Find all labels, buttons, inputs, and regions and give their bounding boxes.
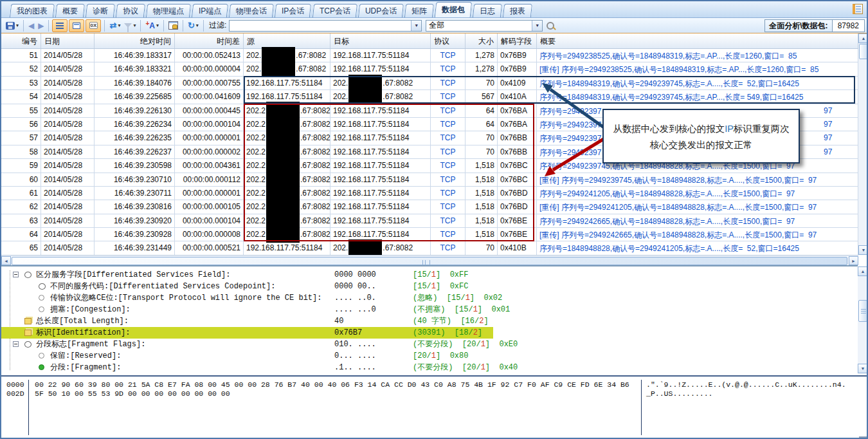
tab-diagnosis[interactable]: 诊断: [86, 4, 115, 17]
chevron-down-icon[interactable]: ▼: [532, 21, 542, 31]
tab-protocol[interactable]: 协议: [116, 4, 145, 17]
cell-summary: 序列号=2949238525,确认号=1848948319,标志=.AP...,…: [537, 49, 858, 62]
notebook-icon[interactable]: [853, 4, 863, 14]
decode-row[interactable]: 总长度[Total Length]:40(40 字节) [16/2]: [1, 315, 858, 327]
scope-combobox[interactable]: 全部 ▼: [426, 20, 543, 32]
cell-decode-field: 0x76BE: [498, 214, 537, 227]
decode-row[interactable]: 分段标志[Fragment Flags]:010. ....(不要分段) [20…: [1, 339, 858, 350]
source-port: .67:8082: [300, 120, 330, 129]
table-row[interactable]: 632014/05/2816:46:39.23092000:00:00.0001…: [1, 214, 858, 228]
scroll-down-icon[interactable]: ▼: [858, 245, 868, 255]
column-header-1[interactable]: 日期: [41, 33, 95, 48]
chevron-down-icon[interactable]: ▼: [411, 21, 421, 31]
cell-abs-time: 16:46:39.230920: [95, 214, 175, 227]
packet-table-header: 编号日期绝对时间时间差源目标协议大小解码字段概要: [1, 33, 858, 49]
tab-packet[interactable]: 数据包: [435, 2, 473, 17]
column-header-5[interactable]: 目标: [330, 33, 431, 48]
filter-combobox[interactable]: ▼: [229, 20, 422, 32]
filter-funnel-button[interactable]: ▾: [123, 19, 137, 32]
table-row[interactable]: 522014/05/2816:46:39.18332100:00:00.0000…: [1, 62, 858, 76]
hex-bytes: 5F 50 10 00 55 53 9D 00 00 00 00 00 00 0…: [35, 389, 230, 398]
tab-udp-conversation[interactable]: UDP会话: [358, 4, 404, 17]
collapse-icon[interactable]: [13, 341, 19, 347]
scrollbar-thumb[interactable]: [12, 257, 847, 265]
table-row[interactable]: 612014/05/2816:46:39.23071100:00:00.0000…: [1, 187, 858, 200]
back-button[interactable]: ◀: [27, 19, 35, 32]
column-header-3[interactable]: 时间差: [175, 33, 244, 48]
source-address: 192.168.117.75:51184: [246, 92, 322, 101]
decode-vertical-scrollbar[interactable]: ▲ ▼: [858, 266, 868, 373]
decode-row[interactable]: 传输协议忽略CE位:[Transport Protocol will ignor…: [1, 292, 858, 304]
chevron-down-icon: ▾: [196, 23, 199, 28]
tab-physical-conversation[interactable]: 物理会话: [229, 4, 274, 17]
column-header-4[interactable]: 源: [244, 33, 330, 48]
decode-row[interactable]: 拥塞:[Congestion]:.... ...0(不拥塞) [15/1] 0x…: [1, 304, 858, 315]
scroll-up-icon[interactable]: ▲: [858, 266, 868, 276]
table-row[interactable]: 602014/05/2816:46:39.23071000:00:00.0001…: [1, 173, 858, 187]
scroll-right-icon[interactable]: ►: [849, 256, 858, 265]
tab-summary[interactable]: 概要: [55, 4, 85, 17]
scrollbar-thumb[interactable]: [858, 300, 867, 322]
lock-table-button[interactable]: [167, 19, 179, 32]
table-row[interactable]: 512014/05/2816:46:39.18331700:00:00.0524…: [1, 49, 858, 62]
forward-icon: ▶: [38, 21, 44, 30]
tab-label: UDP会话: [365, 5, 397, 17]
decode-row[interactable]: 标识[Identification]:0x76B7(30391) [18/2]: [1, 327, 858, 339]
source-address: 202.2: [246, 175, 266, 184]
packet-counter: 全面分析\数据包: 87982: [764, 19, 865, 32]
refresh-button[interactable]: ↻▾: [186, 19, 200, 32]
export-save-button[interactable]: ▾: [5, 19, 20, 32]
tab-ip-endpoint[interactable]: IP端点: [192, 4, 229, 17]
column-header-6[interactable]: 协议: [431, 33, 466, 48]
table-row[interactable]: 652014/05/2816:46:39.23144900:00:00.0005…: [1, 241, 858, 255]
source-address: 202.: [246, 51, 261, 60]
table-row[interactable]: 532014/05/2816:46:39.18407600:00:00.0007…: [1, 77, 858, 90]
column-header-2[interactable]: 绝对时间: [95, 33, 175, 48]
decode-label: 拥塞:[Congestion]:: [50, 304, 131, 315]
decode-row[interactable]: 不同的服务代码:[Differentiated Services Codepoi…: [1, 281, 858, 292]
decode-row[interactable]: 保留:[Reserved]:0... ....[20/1] 0x80: [1, 350, 858, 362]
cell-size: 567: [466, 90, 498, 103]
tab-physical-endpoint[interactable]: 物理端点: [146, 4, 191, 17]
tab-matrix[interactable]: 矩阵: [404, 4, 434, 17]
tab-ip-conversation[interactable]: IP会话: [275, 4, 312, 17]
search-icon[interactable]: [547, 22, 554, 30]
swap-button[interactable]: ⇄▾: [108, 19, 122, 32]
tab-tcp-conversation[interactable]: TCP会话: [312, 4, 357, 17]
decode-note-text: (40 字节): [413, 317, 451, 326]
forward-button[interactable]: ▶: [37, 19, 45, 32]
list-view-button[interactable]: [52, 19, 68, 32]
cell-no: 64: [1, 228, 41, 241]
decode-row[interactable]: 区分服务字段[Differentiated Services Field]:00…: [1, 269, 858, 281]
collapse-icon[interactable]: [13, 272, 19, 277]
cell-time-delta: 00:00:00.000755: [175, 77, 244, 89]
column-header-7[interactable]: 大小: [466, 33, 498, 48]
hex-line[interactable]: 002D5F 50 10 00 55 53 9D 00 00 00 00 00 …: [1, 389, 867, 398]
tab-label: 概要: [62, 5, 78, 17]
font-size-button[interactable]: +A▾: [144, 19, 160, 32]
filter-input[interactable]: [230, 21, 411, 31]
detail-view-button[interactable]: [69, 19, 84, 32]
decode-row[interactable]: 分段:[Fragment]:.1.. ....(不要分段) [20/1] 0x4…: [1, 362, 858, 373]
cell-decode-field: 0x410A: [498, 90, 537, 103]
scrollbar-thumb[interactable]: [859, 44, 868, 59]
tab-my-charts[interactable]: 我的图表: [10, 4, 55, 17]
scroll-down-icon[interactable]: ▼: [858, 364, 868, 373]
column-header-8[interactable]: 解码字段: [498, 33, 537, 48]
resize-grip[interactable]: [859, 436, 867, 438]
scroll-up-icon[interactable]: ▲: [858, 33, 868, 43]
tab-log[interactable]: 日志: [473, 4, 502, 17]
table-row[interactable]: 622014/05/2816:46:39.23081600:00:00.0001…: [1, 200, 858, 214]
hex-line[interactable]: 000000 22 90 60 39 80 00 21 5A C8 E7 FA …: [1, 380, 867, 389]
table-row[interactable]: 542014/05/2816:46:39.22568500:00:00.0416…: [1, 90, 858, 104]
column-header-0[interactable]: 编号: [1, 33, 41, 48]
tab-report[interactable]: 报表: [503, 4, 532, 17]
hex-view-button[interactable]: 0X: [86, 19, 101, 32]
scroll-left-icon[interactable]: ◄: [1, 256, 11, 265]
table-horizontal-scrollbar[interactable]: ◄ ►: [1, 255, 858, 266]
table-row[interactable]: 642014/05/2816:46:39.23092800:00:00.0000…: [1, 228, 858, 241]
decode-hex-mask: 0xFC: [450, 282, 469, 291]
cell-date: 2014/05/28: [41, 214, 95, 227]
column-header-9[interactable]: 概要: [537, 33, 858, 48]
table-vertical-scrollbar[interactable]: ▲ ▼: [858, 33, 868, 255]
